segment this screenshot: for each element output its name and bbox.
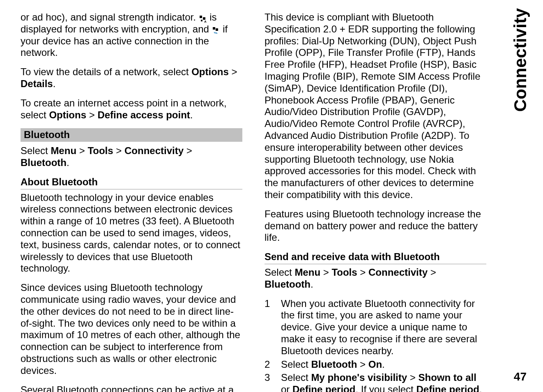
list-item: 2 Select Bluetooth > On. (265, 359, 486, 371)
subheading-send-receive: Send and receive data with Bluetooth (265, 251, 486, 264)
menu-option: Options (49, 109, 86, 120)
separator: > (320, 267, 331, 278)
page-number: 47 (514, 370, 527, 384)
menu-option: Define access point (97, 109, 190, 120)
svg-rect-0 (200, 16, 202, 18)
svg-rect-5 (216, 28, 218, 31)
text: Select (21, 145, 51, 156)
paragraph: Since devices using Bluetooth technology… (21, 282, 242, 376)
separator: > (113, 145, 124, 156)
svg-rect-4 (213, 27, 215, 30)
encryption-icon: A (199, 14, 207, 22)
list-item: 3 Select My phone's visibility > Shown t… (265, 372, 486, 392)
text: or (281, 384, 292, 392)
menu-option: Tools (331, 267, 357, 278)
text: . (67, 157, 69, 168)
menu-option: My phone's visibility (311, 372, 407, 383)
separator: > (428, 267, 436, 278)
text: . (311, 279, 313, 290)
text: To view the details of a network, select (21, 66, 191, 77)
text: Select (265, 267, 295, 278)
step-number: 3 (265, 372, 281, 392)
text: . (53, 78, 56, 89)
menu-option: On (368, 359, 382, 370)
text: or ad hoc), and signal strength indicato… (21, 12, 199, 23)
separator: > (357, 359, 368, 370)
step-text: Select My phone's visibility > Shown to … (281, 372, 486, 392)
menu-option: Options (191, 66, 229, 77)
list-item: 1 When you activate Bluetooth connectivi… (265, 298, 486, 357)
paragraph: Features using Bluetooth technology incr… (265, 208, 486, 244)
menu-option: Menu (51, 145, 76, 156)
svg-rect-2 (201, 20, 202, 21)
menu-option: Shown to all (419, 372, 476, 383)
menu-option: Bluetooth (265, 279, 311, 290)
separator: > (407, 372, 418, 383)
paragraph: To view the details of a network, select… (21, 66, 242, 90)
menu-option: Menu (295, 267, 320, 278)
text: Select (281, 372, 311, 383)
paragraph: Select Menu > Tools > Connectivity > Blu… (265, 267, 486, 291)
menu-option: Details (21, 78, 53, 89)
paragraph: or ad hoc), and signal strength indicato… (21, 12, 242, 59)
menu-option: Define period (416, 384, 479, 392)
step-text: Select Bluetooth > On. (281, 359, 486, 371)
menu-option: Connectivity (368, 267, 428, 278)
steps-list: 1 When you activate Bluetooth connectivi… (265, 298, 486, 392)
separator: > (86, 109, 97, 120)
subheading-about-bluetooth: About Bluetooth (21, 176, 242, 189)
paragraph: Select Menu > Tools > Connectivity > Blu… (21, 145, 242, 169)
svg-text:A: A (204, 20, 207, 23)
paragraph: Several Bluetooth connections can be act… (21, 384, 242, 392)
separator: > (357, 267, 368, 278)
menu-option: Tools (87, 145, 113, 156)
connection-icon (212, 25, 220, 34)
left-column: or ad hoc), and signal strength indicato… (21, 12, 242, 392)
side-tab-label: Connectivity (510, 8, 531, 112)
paragraph: To create an internet access point in a … (21, 97, 242, 121)
text: Select (281, 359, 311, 370)
separator: > (229, 66, 237, 77)
menu-option: Bluetooth (311, 359, 357, 370)
step-number: 1 (265, 298, 281, 357)
step-number: 2 (265, 359, 281, 371)
menu-option: Define period (292, 384, 355, 392)
separator: > (76, 145, 87, 156)
menu-option: Bluetooth (21, 157, 67, 168)
paragraph: Bluetooth technology in your device enab… (21, 192, 242, 275)
menu-option: Connectivity (124, 145, 184, 156)
step-text: When you activate Bluetooth connectivity… (281, 298, 486, 357)
text: . If you select (355, 384, 416, 392)
text: . (382, 359, 385, 370)
section-heading-bluetooth: Bluetooth (21, 128, 242, 142)
right-column: This device is compliant with Bluetooth … (265, 12, 486, 392)
text: . (190, 109, 193, 120)
paragraph: This device is compliant with Bluetooth … (265, 12, 486, 201)
separator: > (184, 145, 192, 156)
